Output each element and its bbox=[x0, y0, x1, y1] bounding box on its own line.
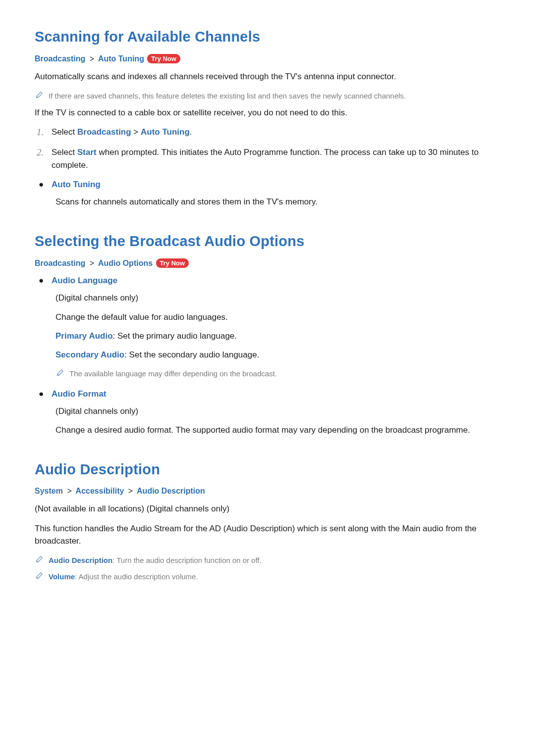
breadcrumb-separator: > bbox=[88, 54, 96, 63]
breadcrumb-separator: > bbox=[126, 487, 135, 495]
pencil-icon bbox=[36, 90, 49, 99]
bullet-dot-icon: ● bbox=[39, 388, 52, 400]
bullet-item-audio-format: ● Audio Format (Digital channels only) C… bbox=[39, 388, 503, 437]
section-scanning-channels: Scanning for Available Channels Broadcas… bbox=[35, 29, 503, 208]
section-title: Scanning for Available Channels bbox=[35, 29, 503, 45]
bullet-body: Change a desired audio format. The suppo… bbox=[55, 424, 503, 437]
breadcrumb: Broadcasting > Auto Tuning Try Now bbox=[35, 54, 503, 63]
option-desc: : Set the primary audio language. bbox=[113, 331, 237, 341]
note-text: Audio Description: Turn the audio descri… bbox=[49, 554, 262, 566]
breadcrumb: System > Accessibility > Audio Descripti… bbox=[35, 487, 503, 496]
ordered-steps: 1. Select Broadcasting > Auto Tuning. 2.… bbox=[35, 126, 503, 172]
option-term: Audio Description bbox=[49, 556, 112, 564]
note-row: If there are saved channels, this featur… bbox=[35, 90, 503, 101]
bullet-title: Auto Tuning bbox=[52, 179, 101, 191]
step-body: Select Broadcasting > Auto Tuning. bbox=[52, 126, 192, 139]
note-row: Audio Description: Turn the audio descri… bbox=[35, 554, 503, 566]
body-paragraph: This function handles the Audio Stream f… bbox=[35, 522, 503, 548]
note-row: Volume: Adjust the audio description vol… bbox=[35, 571, 503, 582]
option-term: Primary Audio bbox=[55, 331, 113, 341]
breadcrumb-item: Broadcasting bbox=[35, 259, 85, 267]
bullet-body: Scans for channels automatically and sto… bbox=[55, 196, 503, 208]
step-body: Select Start when prompted. This initiat… bbox=[52, 146, 503, 172]
menu-term: Broadcasting bbox=[77, 127, 131, 137]
bullet-body: Change the default value for audio langu… bbox=[55, 311, 503, 324]
bullet-body: Primary Audio: Set the primary audio lan… bbox=[55, 330, 503, 343]
body-paragraph: If the TV is connected to a cable box or… bbox=[35, 106, 503, 119]
step-text: . bbox=[190, 127, 192, 137]
option-desc: : Turn the audio description function on… bbox=[112, 556, 262, 564]
pencil-icon bbox=[36, 571, 49, 579]
bullet-body: (Digital channels only) bbox=[55, 292, 503, 304]
breadcrumb-item: Audio Options bbox=[98, 259, 153, 267]
bullet-dot-icon: ● bbox=[39, 179, 52, 191]
breadcrumb-separator: > bbox=[65, 487, 73, 495]
option-term: Secondary Audio bbox=[55, 350, 124, 359]
bullet-title: Audio Language bbox=[52, 275, 117, 287]
try-now-badge: Try Now bbox=[147, 54, 180, 63]
breadcrumb-item: Audio Description bbox=[137, 487, 205, 495]
option-desc: : Adjust the audio description volume. bbox=[75, 572, 198, 581]
bullet-item: ● Auto Tuning Scans for channels automat… bbox=[39, 179, 503, 208]
body-paragraph: (Not available in all locations) (Digita… bbox=[35, 503, 503, 515]
step-number: 2. bbox=[37, 146, 52, 159]
bullet-dot-icon: ● bbox=[39, 275, 52, 287]
bullet-list: ● Audio Language (Digital channels only)… bbox=[35, 275, 503, 437]
option-term: Volume bbox=[49, 572, 75, 581]
breadcrumb-separator: > bbox=[88, 259, 96, 267]
option-desc: : Set the secondary audio language. bbox=[124, 350, 259, 359]
menu-term: Start bbox=[77, 148, 97, 157]
breadcrumb: Broadcasting > Audio Options Try Now bbox=[35, 258, 503, 268]
breadcrumb-item: Auto Tuning bbox=[98, 54, 144, 63]
step-number: 1. bbox=[37, 126, 52, 139]
bullet-head: ● Audio Language bbox=[39, 275, 503, 287]
section-audio-description: Audio Description System > Accessibility… bbox=[35, 461, 503, 582]
step-text: Select bbox=[52, 127, 77, 137]
breadcrumb-item: System bbox=[35, 487, 63, 495]
bullet-body: (Digital channels only) bbox=[55, 405, 503, 418]
step-text: when prompted. This initiates the Auto P… bbox=[52, 148, 479, 170]
note-text: If there are saved channels, this featur… bbox=[49, 90, 406, 101]
bullet-item-audio-language: ● Audio Language (Digital channels only)… bbox=[39, 275, 503, 379]
section-title: Selecting the Broadcast Audio Options bbox=[35, 233, 503, 250]
note-text: Volume: Adjust the audio description vol… bbox=[49, 571, 198, 582]
step-item: 1. Select Broadcasting > Auto Tuning. bbox=[37, 126, 503, 139]
note-row: The available language may differ depend… bbox=[55, 368, 503, 379]
section-title: Audio Description bbox=[35, 461, 503, 478]
bullet-body: Secondary Audio: Set the secondary audio… bbox=[55, 349, 503, 361]
bullet-head: ● Auto Tuning bbox=[39, 179, 503, 191]
step-text: Select bbox=[52, 148, 77, 157]
pencil-icon bbox=[36, 554, 49, 563]
note-text: The available language may differ depend… bbox=[69, 368, 277, 379]
menu-term: Auto Tuning bbox=[141, 127, 190, 137]
breadcrumb-item: Broadcasting bbox=[35, 54, 85, 63]
step-item: 2. Select Start when prompted. This init… bbox=[37, 146, 503, 172]
pencil-icon bbox=[56, 368, 69, 376]
bullet-list: ● Auto Tuning Scans for channels automat… bbox=[35, 179, 503, 208]
breadcrumb-item: Accessibility bbox=[76, 487, 124, 495]
step-text: > bbox=[131, 127, 141, 137]
intro-paragraph: Automatically scans and indexes all chan… bbox=[35, 70, 503, 83]
bullet-head: ● Audio Format bbox=[39, 388, 503, 400]
bullet-title: Audio Format bbox=[52, 388, 107, 400]
section-audio-options: Selecting the Broadcast Audio Options Br… bbox=[35, 233, 503, 437]
try-now-badge: Try Now bbox=[156, 258, 189, 268]
